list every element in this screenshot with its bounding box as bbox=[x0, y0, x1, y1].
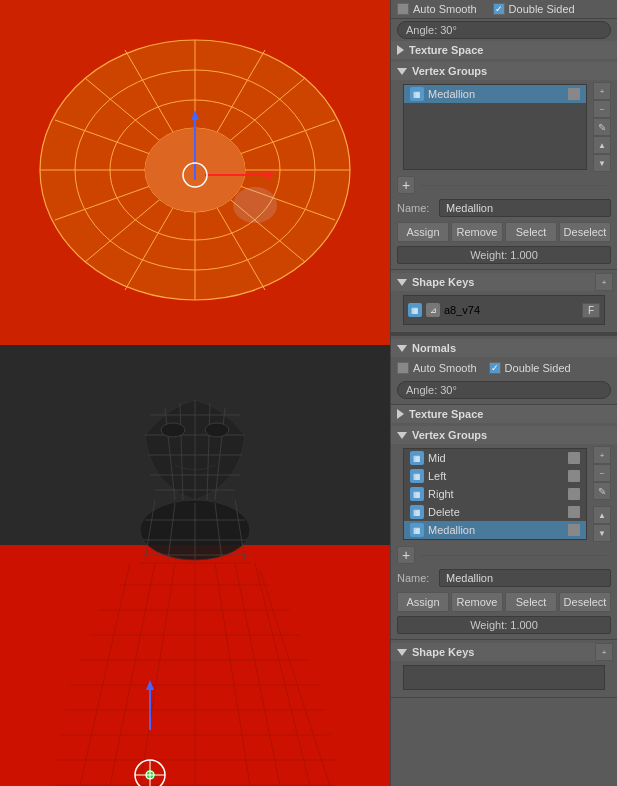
vg-item-right[interactable]: ▦ Right bbox=[404, 485, 586, 503]
angle-slider-top[interactable]: Angle: 30° bbox=[397, 21, 611, 39]
vg-label-delete: Delete bbox=[428, 506, 460, 518]
assign-btn-top[interactable]: Assign bbox=[397, 222, 449, 242]
normals-options-row: Auto Smooth Double Sided bbox=[391, 357, 617, 379]
texture-space-arrow-bot bbox=[397, 409, 404, 419]
vg-item-mid[interactable]: ▦ Mid bbox=[404, 449, 586, 467]
vg-add-row-bot: + bbox=[391, 544, 617, 566]
sk-icon-top: ▦ bbox=[408, 303, 422, 317]
vg-item-medallion-bot[interactable]: ▦ Medallion bbox=[404, 521, 586, 539]
shape-keys-add-bot[interactable]: + bbox=[595, 643, 613, 661]
name-row-bot: Name: bbox=[391, 566, 617, 590]
name-label-bot: Name: bbox=[397, 572, 435, 584]
vg-icon-top: ▦ bbox=[410, 87, 424, 101]
right-panel: Auto Smooth Double Sided Angle: 30° Text… bbox=[390, 0, 617, 786]
angle-row-bot: Angle: 30° bbox=[391, 379, 617, 401]
shape-keys-section-top: Shape Keys + ▦ ⊿ a8_v74 F bbox=[391, 270, 617, 333]
vg-lock-right[interactable] bbox=[568, 488, 580, 500]
f-btn-top[interactable]: F bbox=[582, 303, 600, 318]
sk-icon2-top: ⊿ bbox=[426, 303, 440, 317]
sk-item-label-top: a8_v74 bbox=[444, 304, 480, 316]
shape-keys-arrow-bot bbox=[397, 649, 407, 656]
double-sided-checkbox-top[interactable] bbox=[493, 3, 505, 15]
shape-keys-arrow-top bbox=[397, 279, 407, 286]
auto-smooth-cb-bot[interactable] bbox=[397, 362, 409, 374]
name-row-top: Name: bbox=[391, 196, 617, 220]
normals-section: Normals Auto Smooth Double Sided Angle: … bbox=[391, 336, 617, 405]
viewport-bottom bbox=[0, 345, 390, 786]
remove-btn-top[interactable]: Remove bbox=[451, 222, 503, 242]
svg-point-34 bbox=[205, 423, 229, 437]
vg-label-mid: Mid bbox=[428, 452, 446, 464]
vg-lock-delete[interactable] bbox=[568, 506, 580, 518]
texture-space-label: Texture Space bbox=[409, 44, 483, 56]
vg-icon-left: ▦ bbox=[410, 469, 424, 483]
scroll-edit-top[interactable]: ✎ bbox=[593, 118, 611, 136]
vg-lock-mid[interactable] bbox=[568, 452, 580, 464]
vertex-group-item-medallion-top[interactable]: ▦ Medallion bbox=[404, 85, 586, 103]
double-sided-label-top: Double Sided bbox=[509, 3, 575, 15]
double-sided-label-bot: Double Sided bbox=[505, 362, 571, 374]
scroll-down-bot[interactable]: − bbox=[593, 464, 611, 482]
vg-add-btn-top[interactable]: + bbox=[397, 176, 415, 194]
select-btn-top[interactable]: Select bbox=[505, 222, 557, 242]
action-row-top: Assign Remove Select Deselect bbox=[391, 220, 617, 244]
deselect-btn-bot[interactable]: Deselect bbox=[559, 592, 611, 612]
weight-value-bot: Weight: 1.000 bbox=[470, 619, 538, 631]
auto-smooth-label: Auto Smooth bbox=[413, 3, 477, 15]
top-bar-normals: Auto Smooth Double Sided bbox=[391, 0, 617, 19]
texture-space-header-bot[interactable]: Texture Space bbox=[391, 405, 617, 423]
shape-keys-header-top[interactable]: Shape Keys bbox=[391, 273, 595, 291]
vertex-groups-section-top: Vertex Groups ▦ Medallion + − ✎ ▲ ▼ + bbox=[391, 59, 617, 270]
vg-item-left[interactable]: ▦ Left bbox=[404, 467, 586, 485]
vg-label-right: Right bbox=[428, 488, 454, 500]
weight-bar-bot[interactable]: Weight: 1.000 bbox=[397, 616, 611, 634]
vg-add-btn-bot[interactable]: + bbox=[397, 546, 415, 564]
scroll-bot-bot[interactable]: ▼ bbox=[593, 524, 611, 542]
vg-item-delete[interactable]: ▦ Delete bbox=[404, 503, 586, 521]
scroll-edit-bot[interactable]: ✎ bbox=[593, 482, 611, 500]
vg-lock-medallion-bot[interactable] bbox=[568, 524, 580, 536]
normals-label: Normals bbox=[412, 342, 456, 354]
normals-header[interactable]: Normals bbox=[391, 339, 617, 357]
angle-value-bot: Angle: 30° bbox=[406, 384, 457, 396]
remove-btn-bot[interactable]: Remove bbox=[451, 592, 503, 612]
vg-label-medallion-bot: Medallion bbox=[428, 524, 475, 536]
angle-row-top: Angle: 30° bbox=[391, 19, 617, 41]
scroll-top-top[interactable]: ▲ bbox=[593, 136, 611, 154]
weight-value-top: Weight: 1.000 bbox=[470, 249, 538, 261]
texture-space-label-bot: Texture Space bbox=[409, 408, 483, 420]
auto-smooth-checkbox[interactable] bbox=[397, 3, 409, 15]
shape-keys-add-top[interactable]: + bbox=[595, 273, 613, 291]
scroll-up-top[interactable]: + bbox=[593, 82, 611, 100]
texture-space-arrow bbox=[397, 45, 404, 55]
shape-key-list-bot bbox=[403, 665, 605, 690]
vg-scrollbar-top: + − ✎ ▲ ▼ bbox=[593, 82, 611, 172]
weight-bar-top[interactable]: Weight: 1.000 bbox=[397, 246, 611, 264]
shape-keys-label-bot: Shape Keys bbox=[412, 646, 474, 658]
angle-slider-bot[interactable]: Angle: 30° bbox=[397, 381, 611, 399]
vg-item-label-top: Medallion bbox=[428, 88, 475, 100]
shape-keys-label-top: Shape Keys bbox=[412, 276, 474, 288]
name-input-top[interactable] bbox=[439, 199, 611, 217]
scroll-bot-top[interactable]: ▼ bbox=[593, 154, 611, 172]
scroll-up-bot[interactable]: + bbox=[593, 446, 611, 464]
scroll-down-top[interactable]: − bbox=[593, 100, 611, 118]
vertex-groups-section-bot: Vertex Groups ▦ Mid ▦ Left ▦ Right bbox=[391, 423, 617, 640]
assign-btn-bot[interactable]: Assign bbox=[397, 592, 449, 612]
shape-keys-header-bot[interactable]: Shape Keys bbox=[391, 643, 595, 661]
vg-lock-top[interactable] bbox=[568, 88, 580, 100]
vertex-group-list-bot: ▦ Mid ▦ Left ▦ Right ▦ Delete bbox=[403, 448, 587, 540]
vg-lock-left[interactable] bbox=[568, 470, 580, 482]
name-input-bot[interactable] bbox=[439, 569, 611, 587]
texture-space-header[interactable]: Texture Space bbox=[391, 41, 617, 59]
weight-row-top: Weight: 1.000 bbox=[391, 244, 617, 266]
vertex-groups-header-top[interactable]: Vertex Groups bbox=[391, 62, 617, 80]
name-label-top: Name: bbox=[397, 202, 435, 214]
select-btn-bot[interactable]: Select bbox=[505, 592, 557, 612]
action-row-bot: Assign Remove Select Deselect bbox=[391, 590, 617, 614]
vg-add-row-top: + bbox=[391, 174, 617, 196]
scroll-top-bot[interactable]: ▲ bbox=[593, 506, 611, 524]
double-sided-cb-bot[interactable] bbox=[489, 362, 501, 374]
vertex-groups-header-bot[interactable]: Vertex Groups bbox=[391, 426, 617, 444]
deselect-btn-top[interactable]: Deselect bbox=[559, 222, 611, 242]
